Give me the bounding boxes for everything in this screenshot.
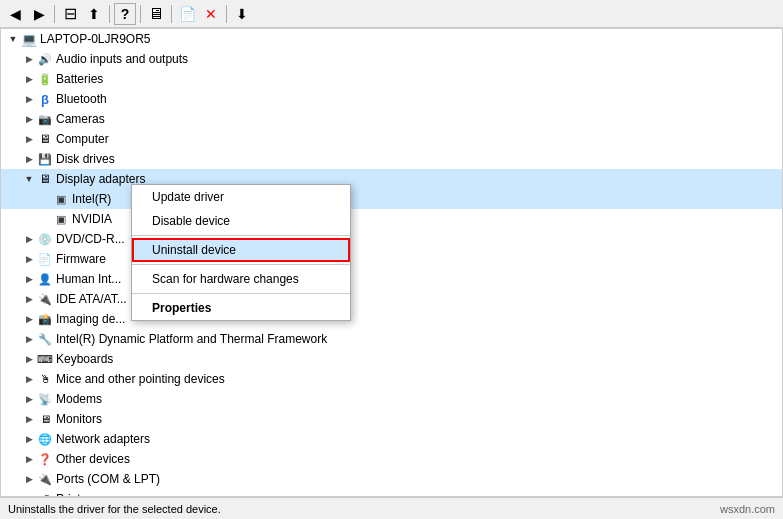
toolbar-separator-3	[140, 5, 141, 23]
ctx-uninstall-device[interactable]: Uninstall device	[132, 238, 350, 262]
tree-item-thermal[interactable]: ▶ Intel(R) Dynamic Platform and Thermal …	[1, 329, 782, 349]
ctx-disable-device[interactable]: Disable device	[132, 209, 350, 233]
expand-arrow-batteries[interactable]: ▶	[21, 71, 37, 87]
expand-arrow-keyboards[interactable]: ▶	[21, 351, 37, 367]
tree-item-ide[interactable]: ▶ IDE ATA/AT...	[1, 289, 782, 309]
expand-arrow-network[interactable]: ▶	[21, 431, 37, 447]
ctx-separator-3	[132, 293, 350, 294]
tree-item-computer[interactable]: ▶ 🖥 Computer	[1, 129, 782, 149]
expand-arrow-human[interactable]: ▶	[21, 271, 37, 287]
icon-network	[37, 431, 53, 447]
label-ports: Ports (COM & LPT)	[56, 472, 160, 486]
expand-arrow-ide[interactable]: ▶	[21, 291, 37, 307]
expand-arrow-imaging[interactable]: ▶	[21, 311, 37, 327]
expand-arrow-monitors[interactable]: ▶	[21, 411, 37, 427]
label-disk: Disk drives	[56, 152, 115, 166]
ctx-scan-hardware[interactable]: Scan for hardware changes	[132, 267, 350, 291]
ctx-separator-2	[132, 264, 350, 265]
label-audio: Audio inputs and outputs	[56, 52, 188, 66]
expand-arrow-dvd[interactable]: ▶	[21, 231, 37, 247]
label-bluetooth: Bluetooth	[56, 92, 107, 106]
icon-audio	[37, 51, 53, 67]
tree-item-batteries[interactable]: ▶ Batteries	[1, 69, 782, 89]
expand-arrow-other[interactable]: ▶	[21, 451, 37, 467]
toolbar-separator-5	[226, 5, 227, 23]
tree-item-root[interactable]: ▼ 💻 LAPTOP-0LJR9OR5	[1, 29, 782, 49]
help-button[interactable]: ?	[114, 3, 136, 25]
label-nvidia: NVIDIA	[72, 212, 112, 226]
label-computer: Computer	[56, 132, 109, 146]
icon-other	[37, 451, 53, 467]
label-intel: Intel(R)	[72, 192, 111, 206]
tree-item-print[interactable]: ▶ Print queues	[1, 489, 782, 497]
tree-item-cameras[interactable]: ▶ Cameras	[1, 109, 782, 129]
icon-disk	[37, 151, 53, 167]
tree-item-mice[interactable]: ▶ Mice and other pointing devices	[1, 369, 782, 389]
update-driver-button[interactable]: ⬆	[83, 3, 105, 25]
expand-arrow-thermal[interactable]: ▶	[21, 331, 37, 347]
tree-item-disk[interactable]: ▶ Disk drives	[1, 149, 782, 169]
tree-item-intel[interactable]: ▣ Intel(R)	[1, 189, 782, 209]
icon-monitors	[37, 411, 53, 427]
download-button[interactable]: ⬇	[231, 3, 253, 25]
icon-batteries	[37, 71, 53, 87]
back-button[interactable]: ◀	[4, 3, 26, 25]
label-root: LAPTOP-0LJR9OR5	[40, 32, 151, 46]
label-mice: Mice and other pointing devices	[56, 372, 225, 386]
label-network: Network adapters	[56, 432, 150, 446]
icon-thermal	[37, 331, 53, 347]
expand-arrow-nvidia	[37, 211, 53, 227]
label-keyboards: Keyboards	[56, 352, 113, 366]
tree-item-imaging[interactable]: ▶ Imaging de...	[1, 309, 782, 329]
icon-bluetooth: β	[37, 91, 53, 107]
label-firmware: Firmware	[56, 252, 106, 266]
ctx-properties[interactable]: Properties	[132, 296, 350, 320]
tree-item-human[interactable]: ▶ Human Int...	[1, 269, 782, 289]
tree-item-other[interactable]: ▶ Other devices	[1, 449, 782, 469]
ctx-update-driver[interactable]: Update driver	[132, 185, 350, 209]
icon-mice	[37, 371, 53, 387]
ctx-separator-1	[132, 235, 350, 236]
expand-arrow-root[interactable]: ▼	[5, 31, 21, 47]
expand-arrow-computer[interactable]: ▶	[21, 131, 37, 147]
tree-item-firmware[interactable]: ▶ Firmware	[1, 249, 782, 269]
tree-item-display[interactable]: ▼ 🖥 Display adapters	[1, 169, 782, 189]
label-monitors: Monitors	[56, 412, 102, 426]
expand-arrow-modems[interactable]: ▶	[21, 391, 37, 407]
expand-arrow-mice[interactable]: ▶	[21, 371, 37, 387]
tree-item-network[interactable]: ▶ Network adapters	[1, 429, 782, 449]
tree-item-modems[interactable]: ▶ Modems	[1, 389, 782, 409]
expand-arrow-ports[interactable]: ▶	[21, 471, 37, 487]
icon-print	[37, 491, 53, 497]
toolbar-separator-1	[54, 5, 55, 23]
expand-arrow-disk[interactable]: ▶	[21, 151, 37, 167]
tree-item-audio[interactable]: ▶ Audio inputs and outputs	[1, 49, 782, 69]
expand-arrow-cameras[interactable]: ▶	[21, 111, 37, 127]
forward-button[interactable]: ▶	[28, 3, 50, 25]
tree-item-monitors[interactable]: ▶ Monitors	[1, 409, 782, 429]
label-ide: IDE ATA/AT...	[56, 292, 127, 306]
delete-button[interactable]: ✕	[200, 3, 222, 25]
expand-arrow-display[interactable]: ▼	[21, 171, 37, 187]
icon-dvd	[37, 231, 53, 247]
expand-arrow-print[interactable]: ▶	[21, 491, 37, 497]
main-panel: ▼ 💻 LAPTOP-0LJR9OR5 ▶ Audio inputs and o…	[0, 28, 783, 497]
toolbar: ◀ ▶ ⊟ ⬆ ? 🖥 📄 ✕ ⬇	[0, 0, 783, 28]
tree-item-bluetooth[interactable]: ▶ β Bluetooth	[1, 89, 782, 109]
toolbar-separator-2	[109, 5, 110, 23]
tree-item-keyboards[interactable]: ▶ Keyboards	[1, 349, 782, 369]
icon-keyboards	[37, 351, 53, 367]
device-tree[interactable]: ▼ 💻 LAPTOP-0LJR9OR5 ▶ Audio inputs and o…	[0, 28, 783, 497]
expand-arrow-firmware[interactable]: ▶	[21, 251, 37, 267]
label-print: Print queues	[56, 492, 123, 497]
properties-button[interactable]: ⊟	[59, 3, 81, 25]
expand-arrow-bluetooth[interactable]: ▶	[21, 91, 37, 107]
icon-modems	[37, 391, 53, 407]
tree-item-nvidia[interactable]: ▣ NVIDIA	[1, 209, 782, 229]
tree-item-dvd[interactable]: ▶ DVD/CD-R...	[1, 229, 782, 249]
tree-item-ports[interactable]: ▶ Ports (COM & LPT)	[1, 469, 782, 489]
scan-hardware-button[interactable]: 📄	[176, 3, 198, 25]
monitor-button[interactable]: 🖥	[145, 3, 167, 25]
label-cameras: Cameras	[56, 112, 105, 126]
expand-arrow-audio[interactable]: ▶	[21, 51, 37, 67]
